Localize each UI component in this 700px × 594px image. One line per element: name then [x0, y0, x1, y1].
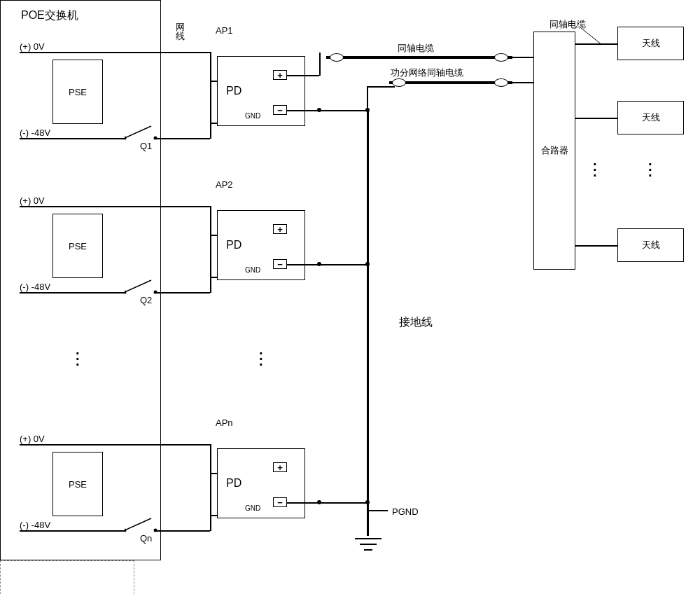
pgnd-label: PGND — [392, 506, 419, 517]
to-pd-1b — [210, 277, 217, 278]
pd-plus-2: + — [273, 462, 287, 472]
wire-neg-0c — [195, 138, 210, 139]
voltage-pos-1: (+) 0V — [20, 195, 45, 206]
pse-label-0: PSE — [69, 87, 87, 97]
antenna-label-0: 天线 — [642, 37, 660, 50]
ant-wire-0 — [575, 43, 617, 45]
gnd-label-0: GND — [245, 112, 260, 120]
ground-symbol — [354, 536, 383, 555]
antenna-label-n: 天线 — [642, 239, 660, 251]
pd-box-0: PD — [217, 56, 305, 126]
pd-label-0: PD — [226, 85, 241, 97]
ap1-label: AP1 — [216, 25, 233, 36]
wire-neg-2 — [163, 530, 195, 532]
voltage-neg-1: (-) -48V — [20, 282, 50, 292]
power-split-label: 功分网络同轴电缆 — [391, 67, 463, 79]
vdots-ant-wire: ··· — [593, 161, 597, 178]
pd-box-1: PD — [217, 210, 305, 280]
ground-wire — [367, 110, 369, 536]
ap2-label: AP2 — [216, 179, 233, 190]
wire-pos-1c — [195, 206, 210, 207]
wire-v-0 — [210, 52, 211, 139]
gnd-label-2: GND — [245, 504, 260, 512]
wire-v-2 — [210, 444, 211, 531]
antenna-1: 天线 — [617, 101, 684, 134]
pd-label-2: PD — [226, 477, 241, 490]
coax2-tail — [509, 82, 533, 83]
gnd-dot-2 — [365, 500, 370, 504]
wire-pos-0c — [195, 52, 210, 53]
cable-label: 网线 — [176, 22, 186, 41]
pd-minus-1: − — [273, 259, 287, 269]
coax1-tail — [509, 57, 533, 58]
title: POE交换机 — [21, 8, 78, 23]
line-neg-2 — [20, 530, 125, 532]
wire-neg-2c — [195, 530, 210, 532]
ap1-box — [0, 560, 134, 594]
voltage-neg-2: (-) -48V — [20, 520, 50, 530]
line-pos-2 — [20, 444, 163, 446]
pse-label-1: PSE — [69, 241, 87, 251]
line-neg-1 — [20, 292, 125, 293]
pse-box-1: PSE — [52, 214, 103, 278]
to-pd-1a — [210, 235, 217, 236]
wire-pos-2 — [163, 444, 195, 446]
dot-minus-2 — [317, 500, 321, 504]
vdots-ant: ··· — [648, 161, 652, 178]
to-pd-0a — [210, 81, 217, 82]
pd-box-2: PD — [217, 448, 305, 518]
pd-minus-0: − — [273, 105, 287, 115]
svg-line-0 — [125, 126, 151, 138]
leader-line — [581, 28, 609, 49]
pd-plus-0: + — [273, 70, 287, 80]
wire-neg-1c — [195, 292, 210, 293]
wire-neg-0 — [163, 138, 195, 139]
svg-line-6 — [125, 518, 151, 530]
vdots-pse: ··· — [76, 350, 80, 367]
to-pd-2a — [210, 473, 217, 474]
to-pd-0b — [210, 123, 217, 124]
voltage-neg-0: (-) -48V — [20, 127, 50, 138]
vdots-ap: ··· — [259, 350, 263, 367]
gnd-dot-0 — [365, 108, 370, 112]
coax1-end-r — [494, 53, 508, 62]
plus-vert-0 — [319, 53, 321, 76]
switch-label-1: Q2 — [140, 295, 152, 305]
pd-minus-2: − — [273, 497, 287, 507]
minus-out-2 — [287, 502, 368, 504]
wire-pos-1 — [163, 206, 195, 207]
switch-label-0: Q1 — [140, 141, 152, 151]
coax-label-1: 同轴电缆 — [398, 42, 434, 55]
pse-label-2: PSE — [69, 479, 87, 490]
dot-minus-0 — [317, 108, 321, 112]
gnd-dot-1 — [365, 262, 370, 266]
pgnd-finger — [368, 510, 388, 511]
gnd-label-1: GND — [245, 266, 260, 274]
apn-label: APn — [216, 417, 233, 428]
wire-v-1 — [210, 206, 211, 293]
gnd-to-coax-h — [367, 86, 395, 88]
ant-wire-1 — [575, 118, 617, 119]
coax2-end-r — [494, 78, 508, 87]
dot-minus-1 — [317, 262, 321, 266]
minus-out-1 — [287, 264, 368, 265]
voltage-pos-0: (+) 0V — [20, 41, 45, 52]
ant-wire-n — [575, 245, 617, 247]
line-pos-1 — [20, 206, 163, 207]
line-neg-0 — [20, 138, 125, 139]
pd-label-1: PD — [226, 239, 241, 251]
wire-pos-0 — [163, 52, 195, 53]
voltage-pos-2: (+) 0V — [20, 434, 45, 444]
pd-plus-1: + — [273, 224, 287, 234]
wire-neg-1 — [163, 292, 195, 293]
ground-wire-label: 接地线 — [399, 315, 433, 330]
switch-label-2: Qn — [140, 533, 152, 544]
minus-out-0 — [287, 110, 368, 111]
wire-pos-2c — [195, 444, 210, 446]
antenna-n: 天线 — [617, 228, 684, 262]
pse-box-2: PSE — [52, 452, 103, 516]
to-pd-2b — [210, 515, 217, 516]
pse-box-0: PSE — [52, 60, 103, 124]
coax1 — [326, 56, 512, 59]
coax1-end-l — [330, 53, 344, 62]
